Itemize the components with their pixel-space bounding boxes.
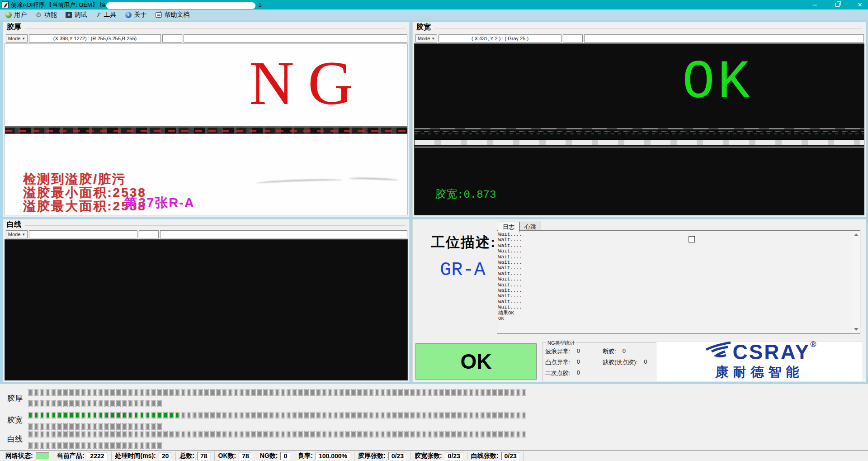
history-cell-empty <box>439 431 444 437</box>
overall-result-indicator[interactable]: OK <box>415 343 537 380</box>
history-cell-empty <box>46 431 50 437</box>
history-cell-empty <box>75 442 80 449</box>
history-cell-empty <box>416 431 420 437</box>
title-redaction-scribble <box>106 2 255 9</box>
history-cell-empty <box>486 431 491 437</box>
history-cell-empty <box>93 389 97 396</box>
history-cell-empty <box>257 389 262 396</box>
history-cell-empty <box>87 423 91 430</box>
history-cell-empty <box>216 431 221 437</box>
history-cell-empty <box>457 431 462 437</box>
history-cell-empty <box>34 431 38 437</box>
history-cell-empty <box>357 431 362 437</box>
history-cell-empty <box>234 389 238 396</box>
history-cell-empty <box>481 389 485 396</box>
history-cell-empty <box>81 400 85 407</box>
history-cell-empty <box>46 400 50 407</box>
glue-width-image[interactable]: OK 胶宽:0.873 <box>414 43 864 215</box>
history-cell-empty <box>69 431 74 437</box>
tab-log[interactable]: 日志 <box>498 222 519 233</box>
history-cell-empty <box>52 442 56 449</box>
history-cell-empty <box>516 431 520 437</box>
history-cell-empty <box>146 423 150 430</box>
history-cell-empty <box>63 400 68 407</box>
history-cell-empty <box>175 389 179 396</box>
scroll-up-icon[interactable] <box>854 233 859 236</box>
history-cell-empty <box>334 389 338 396</box>
history-cell-empty <box>75 431 80 437</box>
status-segment: 胶宽张数:0/23 <box>411 451 467 461</box>
history-cell-empty <box>510 389 514 396</box>
menu-item-user[interactable]: 用户 <box>3 10 32 20</box>
history-cell-empty <box>298 431 303 437</box>
history-cell-empty <box>428 389 432 396</box>
window-title: 侧涂AOI程序 【当前用户: OEM】 编 <box>11 1 105 9</box>
history-cell-empty <box>498 412 503 418</box>
glue-edge-trace <box>415 131 864 132</box>
history-cell-empty <box>304 431 309 437</box>
history-cell-empty <box>99 423 103 430</box>
close-button[interactable]: ✕ <box>856 1 863 8</box>
history-cell-empty <box>228 389 232 396</box>
glue-edge-trace <box>415 133 864 134</box>
history-cell-empty <box>134 431 138 437</box>
history-cell-empty <box>34 442 38 449</box>
history-cell-ok <box>110 412 115 418</box>
history-cell-empty <box>234 412 238 418</box>
history-cell-empty <box>146 400 150 407</box>
minimize-button[interactable]: ─ <box>811 1 818 8</box>
history-cell-empty <box>210 412 215 418</box>
history-cell-ok <box>99 412 103 418</box>
mode-dropdown[interactable]: Mode▼ <box>415 34 437 43</box>
history-cell-empty <box>57 431 62 437</box>
history-cell-empty <box>122 389 127 396</box>
white-line-image[interactable] <box>5 239 408 380</box>
log-scrollbar[interactable] <box>852 231 860 333</box>
history-cell-empty <box>387 412 391 418</box>
app-icon <box>2 1 9 8</box>
history-cell-empty <box>410 412 415 418</box>
history-cell-empty <box>110 442 115 449</box>
history-cell-empty <box>151 442 156 449</box>
menu-item-about[interactable]: i 关于 <box>123 10 152 20</box>
history-cell-empty <box>193 431 197 437</box>
history-cell-empty <box>181 412 185 418</box>
mode-label: Mode <box>8 232 21 237</box>
history-cell-empty <box>240 412 244 418</box>
network-status-indicator <box>36 452 49 459</box>
station-description-label: 工位描述: <box>431 233 496 252</box>
history-cell-empty <box>28 431 33 437</box>
menu-item-tools[interactable]: 工具 <box>93 10 122 20</box>
glue-thickness-image[interactable]: NG 检测到溢胶/脏污 溢胶最小面积:2538 溢胶最大面积:2538 第37张… <box>5 43 408 215</box>
history-cell-empty <box>392 389 397 396</box>
restore-button[interactable] <box>834 1 841 8</box>
menu-item-debug[interactable]: ✕ 调试 <box>63 10 92 20</box>
toolbar-box-wide <box>584 34 864 43</box>
menu-item-functions[interactable]: ⚙ 功能 <box>33 10 62 20</box>
mode-dropdown[interactable]: Mode▼ <box>6 34 28 43</box>
history-cell-empty <box>410 389 415 396</box>
history-cell-ok <box>128 412 132 418</box>
mode-dropdown[interactable]: Mode▼ <box>6 230 28 238</box>
history-cell-empty <box>416 412 420 418</box>
status-segment: 胶厚张数:0/23 <box>354 451 411 461</box>
history-cell-empty <box>351 412 356 418</box>
history-cell-empty <box>28 423 33 430</box>
history-cell-empty <box>69 400 74 407</box>
history-cell-empty <box>234 431 238 437</box>
history-cell-empty <box>122 400 127 407</box>
frame-tag-text: 第37张R-A <box>124 194 195 212</box>
menu-label: 关于 <box>134 11 146 19</box>
gear-icon: ⚙ <box>36 12 42 18</box>
history-cell-empty <box>322 412 326 418</box>
history-cell-empty <box>492 431 497 437</box>
history-cell-empty <box>46 389 50 396</box>
menu-item-help[interactable]: 帮助文档 <box>153 10 195 20</box>
scroll-down-icon[interactable] <box>854 328 859 331</box>
history-cell-ok <box>151 412 156 418</box>
toolbar-box-small <box>162 34 182 43</box>
history-cell-empty <box>369 412 373 418</box>
history-cell-ok <box>122 412 127 418</box>
log-checkbox[interactable] <box>689 236 695 242</box>
history-cell-empty <box>52 400 56 407</box>
